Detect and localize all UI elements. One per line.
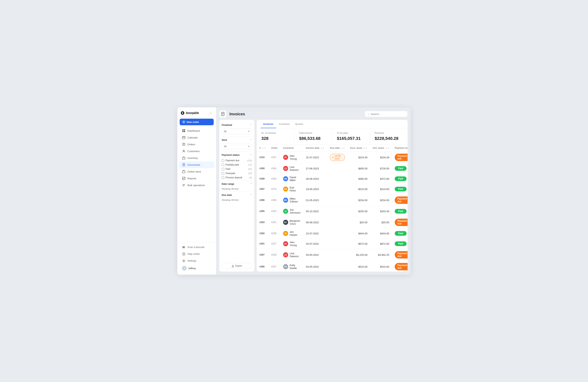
due-date-section-header[interactable]: Due date ⌃ [222, 192, 252, 198]
sidebar-item-inventory[interactable]: Inventory [179, 155, 214, 161]
checkbox-partially-paid[interactable]: Partially paid (11) [222, 163, 252, 167]
cell-excl-taxes: $600.00 [347, 163, 370, 174]
table-row[interactable]: #293 #241 BC Benjamin Cisco 09-08-2022 $… [257, 216, 408, 228]
stat-to-be-paid-label: To be paid [337, 132, 365, 134]
svg-rect-9 [182, 171, 185, 173]
table-row[interactable]: #287 #208 LD Lisa Dawson 04-05-2022 $3,2… [257, 249, 408, 261]
cell-order: #304 [269, 163, 280, 174]
sent-select[interactable]: All Sent Not sent [222, 144, 252, 149]
sidebar-item-customers[interactable]: Customers [179, 148, 214, 154]
barcode-icon [182, 245, 186, 249]
checkbox-partially-paid-input[interactable] [222, 164, 224, 166]
checkbox-payment-due[interactable]: Payment due (216) [222, 158, 252, 163]
cell-excl-taxes: $235.00 [347, 206, 370, 216]
customer-name: Alex Young [290, 154, 301, 160]
new-order-button[interactable]: + New order [180, 119, 214, 125]
cell-id: #310 [257, 151, 269, 163]
cell-id: #287 [257, 249, 269, 261]
logo-text: booqable [186, 111, 199, 115]
due-date-overdue-badge: 14-08-2023 [330, 154, 345, 161]
sidebar-item-dashboard-label: Dashboard [188, 129, 200, 132]
cell-invoice-date: 26-06-2023 [303, 174, 327, 184]
col-id[interactable]: # ▲▼ [257, 145, 269, 151]
col-customer: Customer [280, 145, 303, 151]
cell-order: #252 [269, 206, 280, 216]
col-due-date[interactable]: Due date ▲▼ [327, 145, 348, 151]
settings-icon [182, 259, 186, 263]
stat-to-be-paid-value: $165,057.31 [337, 136, 365, 141]
payment-status-section-header[interactable]: Payment status ⌃ [222, 152, 252, 158]
sidebar-collapse-button[interactable]: « [209, 111, 213, 115]
table-row[interactable]: #291 #237 AY Alex Young 20-07-2022 $672.… [257, 239, 408, 249]
sidebar-item-help[interactable]: Help center [179, 251, 214, 257]
cell-incl-taxes: $210.00 [370, 184, 392, 194]
cell-due-date [327, 206, 348, 216]
table-row[interactable]: #286 #207 KN Kelly Noelle 04-05-2022 $51… [257, 261, 408, 272]
sidebar-item-documents[interactable]: Documents [179, 161, 214, 168]
export-label: Export [235, 265, 242, 267]
sidebar-item-reports[interactable]: Reports [179, 175, 214, 182]
online-store-icon [182, 170, 186, 173]
export-button[interactable]: Export [222, 263, 252, 269]
sidebar-item-scan-barcode[interactable]: Scan a barcode [179, 244, 214, 251]
cell-status: Payment due [392, 194, 408, 206]
invoices-table: # ▲▼ Order Customer Invoice date ▲▼ Due … [257, 145, 408, 272]
table-row[interactable]: #295 #252 JJ Joe Johnsson 05-10-2022 $23… [257, 206, 408, 216]
table-row[interactable]: #308 #304 LD Lisa Dawson 27-06-2023 $600… [257, 163, 408, 174]
sidebar-item-settings[interactable]: Settings [179, 257, 214, 264]
date-range-section-header[interactable]: Date range ⌃ [222, 181, 252, 187]
filter-divider-2 [222, 151, 252, 152]
filter-divider-4 [222, 191, 252, 192]
table-row[interactable]: #299 #294 DM David Miller 26-06-2023 $36… [257, 174, 408, 184]
checkbox-paid[interactable]: Paid (91) [222, 167, 252, 171]
filter-divider-3 [222, 180, 252, 181]
tab-quotes[interactable]: Quotes [293, 120, 306, 128]
stat-paid-amount-value: $86,533.68 [299, 136, 327, 141]
col-incl-taxes[interactable]: Incl. taxes ▲▼ [370, 145, 392, 151]
export-section: Export [222, 260, 252, 269]
table-row[interactable]: #292 #238 JH Jen Harper 22-07-2022 $444.… [257, 228, 408, 239]
cell-incl-taxes: $372.60 [370, 174, 392, 184]
cell-customer: MO Miles O'Brien [280, 194, 303, 206]
checkbox-process-deposit-input[interactable] [222, 176, 224, 179]
checkbox-payment-due-input[interactable] [222, 159, 224, 162]
table-row[interactable]: #297 #276 EH Earl Hicks 19-05-2023 $210.… [257, 184, 408, 194]
cell-order: #294 [269, 174, 280, 184]
table-row[interactable]: #296 #266 MO Miles O'Brien 01-05-2023 $2… [257, 194, 408, 206]
sent-chevron-icon: ⌃ [250, 139, 252, 141]
sidebar-item-calendar[interactable]: Calendar [179, 134, 214, 141]
col-invoice-date[interactable]: Invoice date ▲▼ [303, 145, 327, 151]
cell-status: Payment due [392, 261, 408, 272]
cell-status: Paid [392, 163, 408, 174]
customer-avatar: AY [283, 241, 288, 246]
finalized-section-header[interactable]: Finalized ⌃ [222, 123, 252, 127]
customer-avatar: BC [283, 220, 288, 225]
cell-due-date [327, 163, 348, 174]
user-avatar: J [182, 266, 187, 271]
sent-section-header[interactable]: Sent ⌃ [222, 138, 252, 143]
search-bar[interactable]: ⌕ [365, 111, 408, 117]
checkbox-process-deposit[interactable]: Process deposit (0) [222, 175, 252, 180]
cell-excl-taxes: $672.00 [347, 239, 370, 249]
tab-contracts[interactable]: Contracts [276, 120, 293, 128]
cell-incl-taxes: $243.40 [370, 206, 392, 216]
search-input[interactable] [371, 113, 405, 116]
cell-id: #286 [257, 261, 269, 272]
col-excl-taxes[interactable]: Excl. taxes ▲▼ [347, 145, 370, 151]
checkbox-overpaid[interactable]: Overpaid (10) [222, 171, 252, 175]
customer-name: Alex Young [290, 241, 301, 247]
col-payment-status: Payment status [392, 145, 408, 151]
sidebar-item-orders[interactable]: Orders [179, 141, 214, 148]
checkbox-paid-input[interactable] [222, 168, 224, 170]
sidebar-item-online-store[interactable]: Online store [179, 168, 214, 175]
checkbox-overpaid-input[interactable] [222, 172, 224, 175]
sidebar-item-dashboard[interactable]: Dashboard [179, 127, 214, 134]
orders-icon [182, 143, 186, 146]
sidebar-item-bulk-operations[interactable]: Bulk operations [179, 182, 214, 189]
table-row[interactable]: #310 #327 AY Alex Young 31-07-2023 14-08… [257, 151, 408, 163]
sidebar-item-documents-label: Documents [188, 163, 200, 166]
finalized-select[interactable]: All Finalized Draft [222, 129, 252, 134]
cell-incl-taxes: $20.00 [370, 216, 392, 228]
tab-invoices[interactable]: Invoices [261, 120, 276, 128]
user-item[interactable]: J Jeffrey [179, 264, 214, 272]
